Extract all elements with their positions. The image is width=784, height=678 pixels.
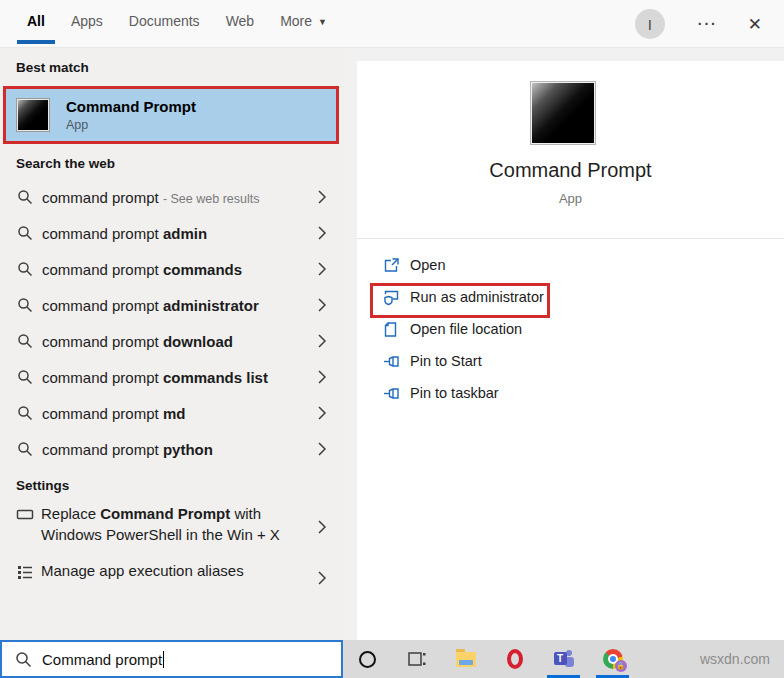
- action-open-file-location[interactable]: Open file location: [357, 313, 784, 345]
- tab-more-label: More: [280, 13, 312, 29]
- chevron-right-icon: [317, 442, 327, 456]
- opera-icon: [507, 649, 523, 669]
- suggestion-administrator[interactable]: command prompt administrator: [0, 287, 345, 323]
- chevron-right-icon: [317, 370, 327, 384]
- suggestion-text: command prompt commands list: [42, 369, 268, 386]
- tab-all[interactable]: All: [27, 13, 45, 29]
- suggestion-admin[interactable]: command prompt admin: [0, 215, 345, 251]
- action-label: Pin to Start: [410, 353, 482, 369]
- action-label: Open: [410, 257, 445, 273]
- chevron-right-icon: [317, 520, 327, 534]
- chrome-icon: 🔒: [603, 649, 623, 669]
- action-pin-to-taskbar[interactable]: Pin to taskbar: [357, 377, 784, 409]
- divider: [357, 238, 784, 239]
- action-open[interactable]: Open: [357, 249, 784, 281]
- chevron-right-icon: [317, 262, 327, 276]
- preview-app-title: Command Prompt: [357, 159, 784, 182]
- teams-button[interactable]: T: [539, 640, 588, 678]
- search-icon: [17, 189, 33, 205]
- search-input[interactable]: Command prompt: [0, 640, 343, 678]
- best-match-title: Command Prompt: [66, 98, 196, 115]
- action-pin-to-start[interactable]: Pin to Start: [357, 345, 784, 377]
- teams-icon: T: [554, 649, 574, 669]
- suggestion-text: command prompt admin: [42, 225, 207, 242]
- search-the-web-label: Search the web: [16, 156, 115, 171]
- suggestion-commands-list[interactable]: command prompt commands list: [0, 359, 345, 395]
- search-icon: [17, 297, 33, 313]
- command-prompt-icon: [17, 99, 49, 131]
- search-icon: [17, 261, 33, 277]
- chevron-down-icon: ▼: [318, 17, 327, 27]
- run-as-admin-icon: [383, 289, 400, 306]
- action-label: Pin to taskbar: [410, 385, 499, 401]
- file-explorer-icon: [456, 652, 476, 667]
- search-icon: [17, 333, 33, 349]
- cortana-button[interactable]: [343, 640, 392, 678]
- suggestion-text: command prompt commands: [42, 261, 242, 278]
- setting-replace-cmd-powershell[interactable]: Replace Command Prompt with Windows Powe…: [0, 503, 345, 551]
- suggestion-text: command prompt - See web results: [42, 189, 259, 206]
- open-icon: [383, 257, 400, 274]
- best-match-subtitle: App: [66, 118, 196, 132]
- preview-panel: Command Prompt App Open Run as administr…: [357, 61, 784, 640]
- results-panel: Best match Command Prompt App Search the…: [0, 48, 345, 640]
- command-prompt-icon-large: [531, 82, 595, 144]
- tab-more[interactable]: More▼: [280, 13, 327, 29]
- pin-icon: [383, 385, 400, 402]
- tab-web[interactable]: Web: [226, 13, 255, 29]
- watermark-text: wsxdn.com: [700, 651, 770, 667]
- suggestion-text: command prompt download: [42, 333, 233, 350]
- action-label: Run as administrator: [410, 289, 544, 305]
- tab-apps[interactable]: Apps: [71, 13, 103, 29]
- setting-text: Replace Command Prompt with Windows Powe…: [41, 503, 291, 551]
- best-match-label: Best match: [16, 60, 89, 75]
- suggestion-text: command prompt md: [42, 405, 185, 422]
- best-match-result[interactable]: Command Prompt App: [3, 86, 339, 144]
- text-caret: [163, 651, 164, 668]
- active-tab-indicator: [17, 40, 55, 44]
- chrome-button[interactable]: 🔒: [588, 640, 637, 678]
- filter-tabs: All Apps Documents Web More▼: [27, 13, 353, 29]
- suggestion-md[interactable]: command prompt md: [0, 395, 345, 431]
- close-icon[interactable]: ✕: [748, 14, 762, 35]
- search-header: All Apps Documents Web More▼ I ··· ✕: [0, 0, 784, 48]
- setting-manage-aliases[interactable]: Manage app execution aliases: [0, 560, 345, 596]
- chevron-right-icon: [317, 298, 327, 312]
- chevron-right-icon: [317, 190, 327, 204]
- file-explorer-button[interactable]: [441, 640, 490, 678]
- tab-documents[interactable]: Documents: [129, 13, 200, 29]
- action-run-as-administrator[interactable]: Run as administrator: [357, 281, 784, 313]
- search-icon: [17, 405, 33, 421]
- list-icon: [16, 563, 34, 581]
- suggestion-download[interactable]: command prompt download: [0, 323, 345, 359]
- action-label: Open file location: [410, 321, 522, 337]
- taskbar: T 🔒 wsxdn.com: [343, 640, 784, 678]
- lock-badge-icon: 🔒: [615, 660, 627, 672]
- chevron-right-icon: [317, 226, 327, 240]
- file-location-icon: [383, 321, 400, 338]
- window-icon: [16, 506, 34, 524]
- search-input-value: Command prompt: [42, 651, 164, 668]
- task-view-icon: [407, 649, 427, 669]
- pin-icon: [383, 353, 400, 370]
- setting-text: Manage app execution aliases: [41, 560, 291, 596]
- suggestion-commands[interactable]: command prompt commands: [0, 251, 345, 287]
- search-icon: [15, 651, 32, 668]
- search-icon: [17, 225, 33, 241]
- settings-label: Settings: [16, 478, 69, 493]
- opera-button[interactable]: [490, 640, 539, 678]
- task-view-button[interactable]: [392, 640, 441, 678]
- preview-app-subtitle: App: [357, 191, 784, 206]
- chevron-right-icon: [317, 406, 327, 420]
- suggestion-see-web-results[interactable]: command prompt - See web results: [0, 179, 345, 215]
- suggestion-text: command prompt administrator: [42, 297, 259, 314]
- chevron-right-icon: [317, 571, 327, 585]
- chevron-right-icon: [317, 334, 327, 348]
- search-icon: [17, 369, 33, 385]
- more-options-icon[interactable]: ···: [698, 16, 718, 32]
- search-icon: [17, 441, 33, 457]
- suggestion-text: command prompt python: [42, 441, 213, 458]
- suggestion-python[interactable]: command prompt python: [0, 431, 345, 467]
- user-avatar[interactable]: I: [635, 9, 665, 39]
- cortana-icon: [359, 651, 376, 668]
